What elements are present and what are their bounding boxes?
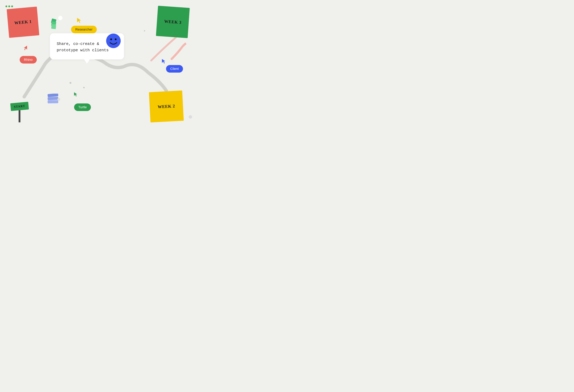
turtle-label: Turtle bbox=[78, 105, 87, 109]
yellow-cursor-icon bbox=[77, 18, 81, 24]
three-dots bbox=[5, 5, 13, 7]
svg-point-5 bbox=[106, 34, 121, 48]
client-pill[interactable]: Client bbox=[166, 65, 183, 73]
canvas: WEEK 1 WEEK 3 Researcher Share, co-creat… bbox=[0, 0, 197, 131]
svg-marker-9 bbox=[162, 59, 165, 63]
svg-rect-3 bbox=[51, 24, 56, 29]
blue-cursor-icon bbox=[162, 59, 165, 64]
svg-marker-8 bbox=[24, 46, 27, 50]
gray-dot-2 bbox=[83, 87, 85, 88]
pink-arrow-icon bbox=[169, 42, 188, 62]
svg-rect-10 bbox=[47, 94, 58, 97]
decorative-circle-bottom-right bbox=[189, 115, 192, 119]
svg-rect-11 bbox=[48, 97, 58, 100]
svg-rect-12 bbox=[48, 100, 58, 103]
gray-dot-3 bbox=[144, 30, 145, 31]
dot-3 bbox=[11, 5, 13, 7]
turtle-pill[interactable]: Turtle bbox=[74, 103, 91, 111]
start-sign-board: START bbox=[10, 102, 29, 111]
start-sign-label: START bbox=[14, 104, 25, 108]
decorative-circle-bottom-left bbox=[58, 98, 60, 101]
week3-label: WEEK 3 bbox=[164, 19, 182, 25]
speech-bubble-text: Share, co-create &prototype with clients bbox=[57, 41, 109, 52]
start-sign-pole bbox=[19, 110, 20, 122]
smiley-icon bbox=[106, 33, 121, 48]
researcher-pill[interactable]: Researcher bbox=[71, 26, 97, 33]
start-sign: START bbox=[11, 103, 29, 122]
week2-note: WEEK 2 bbox=[149, 90, 184, 122]
red-cursor-icon bbox=[24, 46, 27, 51]
svg-marker-13 bbox=[74, 92, 77, 97]
week1-label: WEEK 1 bbox=[14, 19, 32, 25]
gray-dot-1 bbox=[70, 82, 71, 84]
week3-note: WEEK 3 bbox=[156, 6, 190, 38]
green-cursor-icon bbox=[74, 92, 77, 97]
dot-1 bbox=[5, 5, 7, 7]
svg-point-6 bbox=[110, 39, 112, 40]
rhino-pill[interactable]: Rhino bbox=[20, 56, 37, 63]
researcher-label: Researcher bbox=[75, 27, 93, 31]
client-label: Client bbox=[170, 67, 179, 71]
svg-marker-14 bbox=[183, 42, 186, 45]
svg-marker-4 bbox=[77, 18, 81, 23]
dot-2 bbox=[8, 5, 10, 7]
week1-note: WEEK 1 bbox=[7, 7, 39, 38]
green-stack-icon bbox=[48, 18, 62, 32]
week2-label: WEEK 2 bbox=[158, 103, 175, 109]
rhino-label: Rhino bbox=[24, 58, 33, 62]
svg-point-7 bbox=[115, 39, 117, 40]
